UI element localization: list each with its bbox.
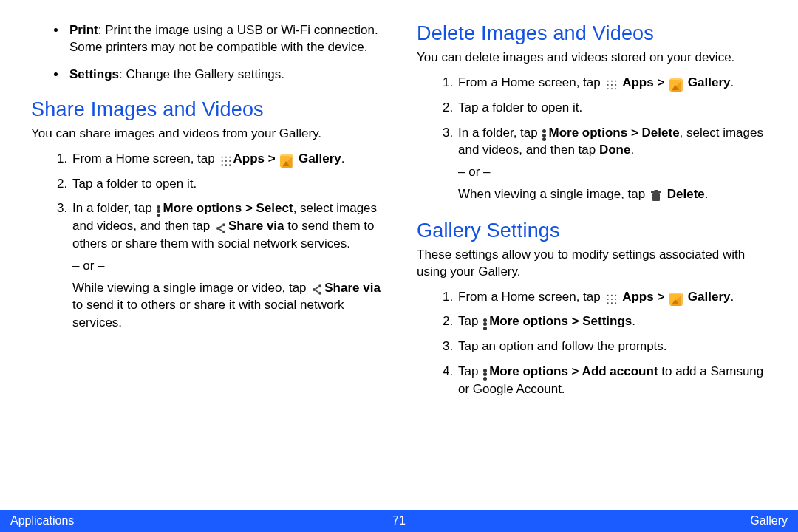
share-step-2: Tap a folder to open it.	[71, 175, 381, 193]
svg-point-5	[318, 292, 321, 295]
period: .	[630, 143, 634, 157]
two-column-layout: Print: Print the image using a USB or Wi…	[31, 22, 767, 415]
settings-intro: These settings allow you to modify setti…	[417, 247, 767, 281]
period: .	[705, 187, 709, 201]
set-step4-more: More options > Add account	[489, 364, 658, 378]
share-step3-sharevia: Share via	[228, 219, 284, 233]
period: .	[730, 290, 734, 304]
del-step1-gallery: Gallery	[688, 75, 731, 89]
share-step-1: From a Home screen, tap Apps > Gallery.	[71, 150, 381, 168]
delete-step-3: In a folder, tap More options > Delete, …	[457, 124, 767, 203]
gallery-icon	[669, 78, 683, 92]
delete-intro: You can delete images and videos stored …	[417, 50, 767, 66]
apps-grid-icon	[219, 154, 231, 166]
share-step3-pre: In a folder, tap	[72, 201, 155, 215]
more-options-icon	[542, 129, 546, 141]
share-step1-apps: Apps >	[233, 151, 279, 166]
del-alt-pre: When viewing a single image, tap	[458, 187, 649, 201]
bullet-settings-text: : Change the Gallery settings.	[119, 67, 284, 81]
svg-point-1	[216, 227, 219, 230]
share-step3-more: More options > Select	[163, 201, 293, 215]
delete-or: – or –	[458, 163, 767, 181]
svg-rect-8	[654, 190, 658, 191]
delete-step-2: Tap a folder to open it.	[457, 99, 767, 117]
svg-rect-6	[652, 193, 660, 201]
share-or: – or –	[72, 257, 381, 275]
share-step-3: In a folder, tap More options > Select, …	[71, 200, 381, 332]
bullet-settings-term: Settings	[69, 67, 119, 81]
share-steps: From a Home screen, tap Apps > Gallery. …	[31, 150, 381, 332]
options-bullet-list: Print: Print the image using a USB or Wi…	[31, 22, 381, 83]
svg-point-2	[222, 230, 225, 233]
apps-grid-icon	[605, 78, 617, 90]
share-intro: You can share images and videos from you…	[31, 126, 381, 143]
settings-step-1: From a Home screen, tap Apps > Gallery.	[457, 288, 767, 306]
settings-step-4: Tap More options > Add account to add a …	[457, 363, 767, 398]
share-heading: Share Images and Videos	[31, 98, 381, 121]
set-step2-pre: Tap	[458, 314, 482, 328]
svg-point-0	[222, 223, 225, 226]
footer-page-number: 71	[392, 514, 406, 528]
gallery-icon	[280, 154, 293, 168]
manual-page: Print: Print the image using a USB or Wi…	[0, 0, 798, 532]
settings-heading: Gallery Settings	[417, 219, 767, 242]
bullet-print: Print: Print the image using a USB or Wi…	[66, 22, 381, 56]
footer-right: Gallery	[406, 514, 798, 528]
left-column: Print: Print the image using a USB or Wi…	[31, 22, 381, 415]
svg-rect-7	[651, 191, 661, 193]
set-step2-more: More options > Settings	[489, 314, 632, 328]
footer-left: Applications	[0, 514, 392, 528]
gallery-icon	[669, 293, 683, 306]
delete-steps: From a Home screen, tap Apps > Gallery. …	[417, 74, 767, 203]
bullet-print-text: : Print the image using a USB or Wi-Fi c…	[69, 23, 378, 54]
share-step1-pre: From a Home screen, tap	[72, 151, 218, 166]
period: .	[632, 314, 635, 328]
share-alt-pre: While viewing a single image or video, t…	[72, 281, 310, 295]
set-step4-pre: Tap	[458, 364, 482, 378]
share-icon	[311, 284, 323, 296]
set-step1-apps: Apps >	[622, 290, 668, 304]
period: .	[730, 75, 734, 89]
del-alt-delete: Delete	[667, 187, 705, 201]
bullet-settings: Settings: Change the Gallery settings.	[66, 66, 381, 83]
settings-step-3: Tap an option and follow the prompts.	[457, 338, 767, 355]
share-alt: While viewing a single image or video, t…	[72, 279, 381, 332]
del-step1-apps: Apps >	[622, 75, 668, 89]
page-footer: Applications 71 Gallery	[0, 510, 798, 532]
delete-alt: When viewing a single image, tap Delete.	[458, 185, 767, 203]
share-alt-sharevia: Share via	[324, 281, 381, 295]
settings-step-2: Tap More options > Settings.	[457, 313, 767, 330]
share-step1-gallery: Gallery	[299, 151, 341, 166]
bullet-print-term: Print	[69, 23, 98, 37]
more-options-icon	[157, 205, 160, 217]
share-alt-end: to send it to others or share it with so…	[72, 298, 344, 330]
set-step1-gallery: Gallery	[688, 290, 731, 304]
apps-grid-icon	[605, 293, 617, 304]
del-step3-more: More options > Delete	[548, 126, 679, 140]
settings-steps: From a Home screen, tap Apps > Gallery. …	[417, 288, 767, 398]
delete-step-1: From a Home screen, tap Apps > Gallery.	[457, 74, 767, 92]
delete-heading: Delete Images and Videos	[417, 22, 767, 45]
del-step3-done: Done	[599, 143, 631, 157]
share-icon	[215, 222, 227, 234]
del-step1-pre: From a Home screen, tap	[458, 75, 604, 89]
period: .	[341, 151, 345, 166]
del-step3-pre: In a folder, tap	[458, 126, 541, 140]
svg-point-3	[318, 284, 321, 287]
more-options-icon	[483, 318, 487, 330]
more-options-icon	[483, 369, 487, 381]
svg-point-4	[313, 288, 316, 291]
trash-icon	[651, 190, 661, 202]
right-column: Delete Images and Videos You can delete …	[417, 22, 767, 415]
set-step1-pre: From a Home screen, tap	[458, 290, 604, 304]
